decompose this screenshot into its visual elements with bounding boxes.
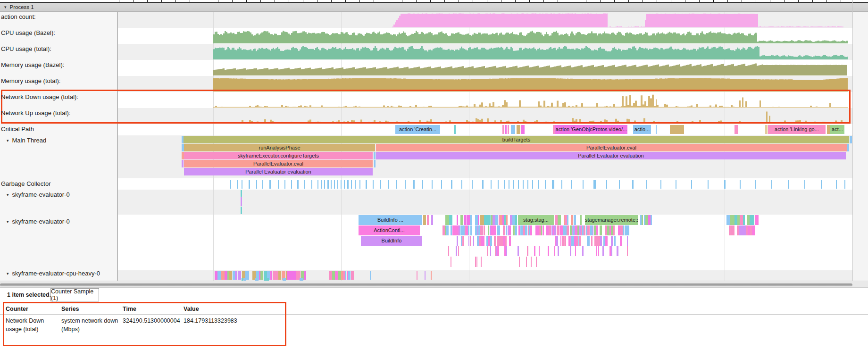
slice[interactable] (505, 236, 507, 246)
slice[interactable] (765, 125, 768, 134)
collapse-arrow-icon[interactable]: ▾ (7, 138, 9, 143)
slice[interactable] (431, 215, 433, 225)
gc-tick[interactable] (561, 180, 562, 189)
slice[interactable] (575, 246, 576, 256)
sidebar-item-network-up-usage-total[interactable]: Network Up usage (total): (1, 109, 70, 117)
gc-tick[interactable] (351, 180, 352, 189)
sidebar-item-garbage-collector[interactable]: Garbage Collector (1, 180, 51, 187)
slice[interactable] (611, 236, 613, 246)
slice[interactable] (506, 215, 508, 225)
slice[interactable] (752, 215, 754, 225)
gc-tick[interactable] (355, 180, 356, 189)
slice[interactable] (446, 225, 449, 235)
slice[interactable] (457, 236, 458, 246)
slice[interactable] (270, 271, 272, 280)
slice[interactable] (755, 215, 759, 225)
gc-tick[interactable] (304, 180, 305, 189)
gc-tick[interactable] (262, 180, 263, 189)
slice[interactable] (596, 246, 597, 256)
slice[interactable] (461, 236, 462, 246)
slice[interactable] (484, 225, 485, 235)
slice[interactable] (241, 197, 242, 206)
counter-chart-cpu-usage-total[interactable] (213, 46, 848, 59)
slice[interactable] (605, 236, 608, 246)
slice[interactable] (498, 246, 499, 256)
slice[interactable] (570, 246, 571, 256)
slice[interactable]: ParallelEvaluator.eval (184, 160, 373, 167)
slice[interactable] (620, 236, 622, 246)
slice[interactable] (494, 236, 496, 246)
gc-tick[interactable] (593, 180, 596, 189)
slice[interactable] (558, 246, 559, 256)
slice[interactable] (656, 125, 657, 134)
slice[interactable] (454, 125, 456, 134)
gc-tick[interactable] (347, 180, 349, 189)
gc-tick[interactable] (359, 180, 360, 189)
slice[interactable] (567, 225, 569, 235)
sidebar-item-critical-path[interactable]: Critical Path (1, 125, 34, 133)
slice[interactable] (515, 225, 517, 235)
slice[interactable] (623, 225, 624, 235)
slice[interactable] (487, 246, 488, 256)
slice[interactable] (554, 246, 555, 256)
gc-tick[interactable] (691, 180, 692, 189)
gc-tick[interactable] (724, 180, 726, 189)
slice[interactable] (574, 215, 576, 225)
gc-tick[interactable] (509, 180, 509, 189)
gc-tick[interactable] (482, 180, 484, 189)
gc-tick[interactable] (571, 180, 572, 189)
slice[interactable] (515, 215, 517, 225)
slice[interactable] (335, 271, 338, 280)
timeline-viewport[interactable]: action 'Creatin...action 'GenObjcProtos … (0, 0, 852, 281)
slice[interactable] (476, 257, 477, 267)
slice[interactable] (600, 225, 602, 235)
gc-tick[interactable] (249, 180, 250, 189)
gc-tick[interactable] (532, 180, 533, 189)
slice[interactable] (568, 236, 570, 246)
slice[interactable] (475, 257, 476, 267)
gc-tick[interactable] (297, 180, 299, 189)
slice[interactable] (571, 215, 573, 225)
slice[interactable] (587, 236, 590, 246)
slice[interactable] (598, 246, 599, 256)
slice[interactable] (348, 271, 351, 280)
gc-tick[interactable] (804, 180, 805, 189)
gc-tick[interactable] (311, 180, 312, 189)
gc-tick[interactable] (619, 180, 620, 189)
gc-tick[interactable] (388, 180, 389, 189)
gc-tick[interactable] (291, 180, 292, 189)
gc-tick[interactable] (321, 180, 322, 189)
slice[interactable] (542, 225, 544, 235)
slice[interactable] (752, 225, 755, 235)
slice[interactable] (508, 125, 509, 134)
slice[interactable]: stag;stag... (518, 215, 554, 225)
slice[interactable]: actio... (633, 125, 651, 134)
gc-tick[interactable] (441, 180, 442, 189)
slice[interactable] (526, 257, 527, 267)
gc-tick[interactable] (646, 180, 647, 189)
slice[interactable]: action 'Linking go... (768, 125, 826, 134)
gc-tick[interactable] (660, 180, 661, 189)
slice[interactable] (549, 225, 551, 235)
slice[interactable] (473, 236, 474, 246)
slice[interactable] (235, 271, 237, 280)
gc-tick[interactable] (513, 180, 514, 189)
slice[interactable]: buildTargets (184, 136, 849, 143)
slice[interactable] (576, 236, 578, 246)
gc-tick[interactable] (472, 180, 473, 189)
slice[interactable] (470, 236, 471, 246)
slice[interactable] (600, 236, 602, 246)
sidebar-item-network-down-usage-total[interactable]: Network Down usage (total): (1, 93, 78, 100)
slice[interactable] (229, 271, 232, 280)
slice[interactable] (584, 225, 585, 235)
slice[interactable] (613, 225, 615, 235)
slice[interactable] (670, 125, 684, 134)
counter-chart-memory-usage-bazel[interactable] (213, 64, 847, 75)
slice[interactable]: skyframeExecutor.configureTargets (184, 152, 373, 159)
gc-tick[interactable] (284, 180, 285, 189)
slice[interactable] (729, 225, 731, 235)
slice[interactable] (602, 246, 604, 256)
slice[interactable] (471, 225, 472, 235)
slice[interactable] (289, 271, 293, 280)
slice[interactable]: runAnalysisPhase (184, 144, 375, 151)
